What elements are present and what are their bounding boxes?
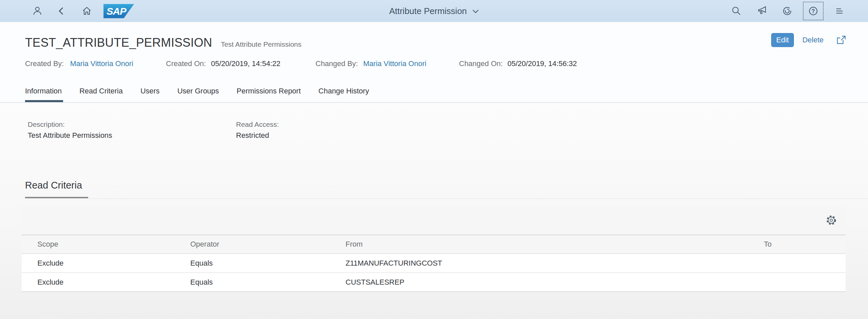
read-access-label: Read Access: (236, 120, 444, 129)
section-divider (25, 198, 868, 199)
table-row[interactable]: Exclude Equals CUSTSALESREP (22, 273, 846, 292)
shell-app-title[interactable]: Attribute Permission (389, 0, 479, 22)
table-toolbar (22, 205, 846, 235)
read-criteria-section: Read Criteria (0, 178, 868, 199)
created-by-link[interactable]: Maria Vittoria Onori (70, 59, 133, 69)
page-content: Description: Test Attribute Permissions … (0, 103, 868, 318)
table-row[interactable]: Exclude Equals Z11MANUFACTURINGCOST (22, 254, 846, 273)
description-value: Test Attribute Permissions (28, 130, 236, 141)
created-by-label: Created By: (25, 59, 64, 69)
read-access-field: Read Access: Restricted (236, 120, 444, 141)
edit-button[interactable]: Edit (771, 33, 794, 47)
description-label: Description: (28, 120, 236, 129)
share-icon (836, 34, 847, 46)
meta-row: Created By: Maria Vittoria Onori Created… (0, 59, 868, 70)
object-page-header: TEST_ATTRIBUTE_PERMISSION Test Attribute… (0, 22, 868, 80)
share-button[interactable] (836, 34, 847, 46)
cell-scope: Exclude (22, 278, 190, 287)
sap-logo[interactable]: SAP (103, 4, 134, 18)
search-icon[interactable] (731, 6, 742, 17)
help-icon[interactable]: ? (808, 6, 818, 17)
table-header-row: Scope Operator From To (22, 235, 846, 254)
created-on-label: Created On: (166, 59, 206, 69)
table-settings-button[interactable] (825, 214, 837, 226)
cell-from: CUSTSALESREP (345, 278, 764, 287)
tab-read-criteria[interactable]: Read Criteria (80, 80, 123, 102)
tab-information[interactable]: Information (25, 80, 62, 102)
tab-change-history[interactable]: Change History (318, 80, 369, 102)
home-icon[interactable] (82, 6, 92, 17)
changed-by-link[interactable]: Maria Vittoria Onori (363, 59, 426, 69)
column-header-from[interactable]: From (345, 240, 764, 249)
announcement-icon[interactable] (756, 6, 767, 17)
anchor-tab-bar: Information Read Criteria Users User Gro… (0, 80, 868, 103)
read-criteria-heading: Read Criteria (25, 178, 88, 198)
help-focus-outline: ? (803, 2, 824, 20)
cell-scope: Exclude (22, 259, 190, 267)
changed-by-label: Changed By: (315, 59, 358, 69)
shell-bar: SAP Attribute Permission ? (0, 0, 868, 22)
description-field: Description: Test Attribute Permissions (28, 120, 236, 141)
cell-from: Z11MANUFACTURINGCOST (345, 259, 764, 267)
cell-operator: Equals (190, 259, 345, 267)
column-header-operator[interactable]: Operator (190, 240, 345, 249)
copilot-icon[interactable] (782, 6, 793, 17)
page-title: TEST_ATTRIBUTE_PERMISSION (25, 35, 212, 51)
back-icon[interactable] (56, 6, 67, 17)
shell-left-cluster: SAP (0, 4, 134, 18)
information-section: Description: Test Attribute Permissions … (0, 103, 868, 141)
chevron-down-icon (472, 9, 479, 13)
settings-gear-icon (825, 214, 837, 226)
shell-right-cluster: ? (731, 0, 845, 22)
tab-users[interactable]: Users (141, 80, 160, 102)
delete-button[interactable]: Delete (802, 33, 824, 47)
svg-text:?: ? (812, 8, 815, 14)
user-icon[interactable] (32, 6, 43, 17)
changed-on-value: 05/20/2019, 14:56:32 (507, 59, 577, 69)
title-row: TEST_ATTRIBUTE_PERMISSION Test Attribute… (0, 22, 868, 51)
cell-operator: Equals (190, 278, 345, 287)
tab-user-groups[interactable]: User Groups (177, 80, 219, 102)
column-header-to[interactable]: To (764, 240, 846, 249)
page-subtitle: Test Attribute Permissions (221, 40, 302, 49)
read-access-value: Restricted (236, 130, 444, 141)
menu-lines-icon[interactable] (834, 6, 845, 17)
changed-on-label: Changed On: (459, 59, 503, 69)
read-criteria-table: Scope Operator From To Exclude Equals Z1… (22, 205, 846, 292)
created-on-value: 05/20/2019, 14:54:22 (211, 59, 280, 69)
column-header-scope[interactable]: Scope (22, 240, 190, 249)
shell-app-title-label: Attribute Permission (389, 6, 467, 17)
tab-permissions-report[interactable]: Permissions Report (237, 80, 301, 102)
